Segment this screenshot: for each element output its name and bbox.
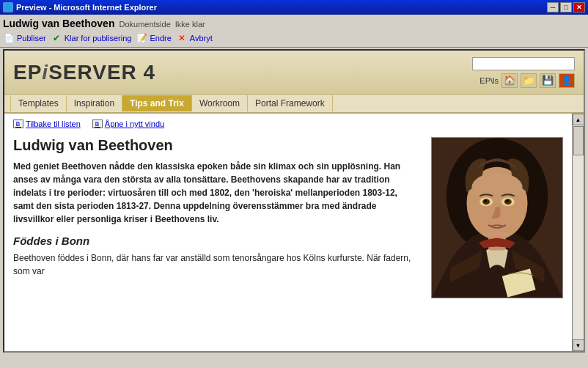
klar-button[interactable]: ✔ Klar for publisering [51,32,132,44]
avbryt-icon: ✕ [176,32,188,44]
svg-point-10 [506,199,509,202]
title-bar-text: Preview - Microsoft Internet Explorer [16,3,157,12]
nav-inspiration[interactable]: Inspiration [67,95,122,111]
toolbar-row: 📄 Publiser ✔ Klar for publisering 📝 Endr… [3,31,585,45]
scroll-track[interactable] [573,125,584,339]
back-link-label: Tilbake til listen [26,119,81,128]
title-bar: 🌐 Preview - Microsoft Internet Explorer … [0,0,588,15]
open-link-label: Åpne i nytt vindu [105,119,164,128]
avbryt-button[interactable]: ✕ Avbryt [176,32,213,44]
nav-templates[interactable]: Templates [10,95,67,111]
header-right: EP\ls 🏠 📁 💾 👤 [472,57,575,88]
person-icon-btn[interactable]: 👤 [559,73,575,88]
scroll-thumb[interactable] [573,126,584,155]
content-area: 🗎 Tilbake til listen 🗎 Åpne i nytt vindu… [4,114,572,351]
open-link-icon: 🗎 [92,119,103,128]
menu-area: Ludwig van Beethoven Dokumentside Ikke k… [0,15,588,48]
publiser-icon: 📄 [3,32,15,44]
klar-icon: ✔ [51,32,62,44]
user-text: EP\ls [479,76,499,85]
article-body2: Beethoven föddes i Bonn, där hans far va… [13,251,419,278]
maximize-button[interactable]: □ [560,2,572,12]
article-text: Ludwig van Beethoven Med geniet Beethove… [13,137,419,298]
article-area: Ludwig van Beethoven Med geniet Beethove… [13,137,563,298]
subtitle-label: Dokumentside [119,20,170,29]
window-title-row: Ludwig van Beethoven Dokumentside Ikke k… [3,16,585,31]
content-wrapper: 🗎 Tilbake til listen 🗎 Åpne i nytt vindu… [4,114,584,351]
article-body: Med geniet Beethoven nådde den klassiska… [13,160,419,226]
search-input[interactable] [472,57,575,70]
nav-workroom[interactable]: Workroom [192,95,248,111]
close-button[interactable]: ✕ [573,2,585,12]
scroll-up-arrow[interactable]: ▲ [573,114,584,125]
page-title: Ludwig van Beethoven [3,18,114,29]
scroll-down-arrow[interactable]: ▼ [573,339,584,351]
minimize-button[interactable]: ─ [547,2,559,12]
back-link-icon: 🗎 [13,119,23,128]
title-bar-left: 🌐 Preview - Microsoft Internet Explorer [3,2,157,12]
back-link[interactable]: 🗎 Tilbake til listen [13,119,81,128]
open-link[interactable]: 🗎 Åpne i nytt vindu [92,119,164,128]
ie-icon: 🌐 [3,2,13,12]
endre-label: Endre [150,34,171,43]
avbryt-label: Avbryt [190,34,213,43]
subtitle-status: Ikke klar [175,20,205,29]
folder-icon-btn[interactable]: 📁 [521,73,537,88]
content-links: 🗎 Tilbake til listen 🗎 Åpne i nytt vindu [13,119,563,128]
nav-tips[interactable]: Tips and Trix [122,95,192,111]
beethoven-portrait [431,137,563,298]
header-nav-icons: EP\ls 🏠 📁 💾 👤 [479,73,575,88]
browser-window: EPiSERVER 4 EP\ls 🏠 📁 💾 👤 Templates Insp… [3,49,585,353]
article-title: Ludwig van Beethoven [13,137,419,154]
episerver-header: EPiSERVER 4 EP\ls 🏠 📁 💾 👤 [4,51,584,95]
nav-bar: Templates Inspiration Tips and Trix Work… [4,95,584,114]
klar-label: Klar for publisering [65,34,132,43]
svg-point-4 [471,173,522,202]
scrollbar-right[interactable]: ▲ ▼ [572,114,584,351]
home-icon-btn[interactable]: 🏠 [501,73,518,88]
publiser-button[interactable]: 📄 Publiser [3,32,46,44]
episerver-logo: EPiSERVER 4 [13,61,155,84]
floppy-icon-btn[interactable]: 💾 [540,73,556,88]
endre-icon: 📝 [136,32,147,44]
endre-button[interactable]: 📝 Endre [136,32,171,44]
article-subtitle: Föddes i Bonn [13,235,419,247]
nav-portal[interactable]: Portal Framework [248,95,333,111]
publiser-label: Publiser [17,34,46,43]
svg-point-9 [484,199,487,202]
title-bar-buttons[interactable]: ─ □ ✕ [547,2,585,12]
